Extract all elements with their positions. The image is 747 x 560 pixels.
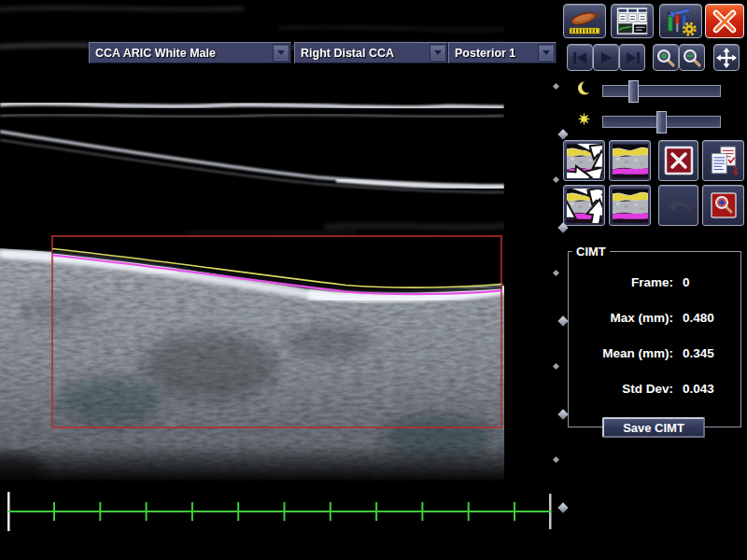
zoom-in-button[interactable] <box>653 44 679 71</box>
mean-label: Mean (mm): <box>602 346 673 360</box>
scale-ruler <box>0 485 560 541</box>
skip-end-icon <box>625 51 641 64</box>
contrast-slider-handle[interactable] <box>628 80 639 103</box>
chevron-down-icon[interactable] <box>539 45 554 61</box>
expand-far-trace-button[interactable] <box>563 185 605 226</box>
expand-near-trace-icon <box>567 144 602 178</box>
copy-report-icon <box>707 144 740 177</box>
brightness-slider[interactable] <box>602 116 721 128</box>
expand-far-trace-icon <box>567 189 602 223</box>
settings-tools-button[interactable] <box>659 4 702 38</box>
copy-report-button[interactable] <box>702 140 744 181</box>
diamond-bullet-small <box>553 270 559 276</box>
mean-row: Mean (mm): 0.345 <box>569 346 740 362</box>
report-button[interactable] <box>611 4 654 38</box>
stddev-label: Std Dev: <box>622 382 673 396</box>
close-button[interactable] <box>705 4 744 38</box>
undo-icon <box>664 192 694 218</box>
chevron-down-icon[interactable] <box>430 45 445 61</box>
contrast-slider[interactable] <box>602 85 721 97</box>
diamond-bullet-large <box>557 409 568 419</box>
delete-icon <box>663 145 695 176</box>
segment-dropdown-value: Right Distal CCA <box>295 47 430 60</box>
cimt-panel-title: CIMT <box>572 245 610 259</box>
max-label: Max (mm): <box>610 311 673 325</box>
zoom-out-button[interactable] <box>679 44 705 71</box>
diamond-bullet-large <box>557 129 568 139</box>
cimt-application-window: CCA ARIC White Male Right Distal CCA Pos… <box>0 0 747 560</box>
zoom-roi-button[interactable] <box>702 185 744 226</box>
diamond-bullet-large <box>557 315 568 326</box>
frame-label: Frame: <box>631 275 673 289</box>
diamond-bullet-small <box>553 176 559 183</box>
play-icon <box>599 51 613 64</box>
mean-value: 0.345 <box>683 346 727 360</box>
sun-icon <box>576 111 592 127</box>
converge-far-trace-button[interactable] <box>609 185 651 226</box>
play-button[interactable] <box>593 44 619 71</box>
moon-icon <box>577 80 593 96</box>
pan-icon <box>716 48 737 68</box>
chevron-down-icon[interactable] <box>274 45 289 61</box>
brightness-slider-handle[interactable] <box>656 111 667 133</box>
diamond-bullet-small <box>553 363 559 370</box>
protocol-dropdown[interactable]: CCA ARIC White Male <box>89 42 291 63</box>
converge-near-trace-button[interactable] <box>609 140 651 181</box>
ultrasound-image[interactable] <box>0 0 504 481</box>
zoom-roi-icon <box>708 189 740 221</box>
converge-far-trace-icon <box>613 189 648 223</box>
angle-dropdown[interactable]: Posterior 1 <box>448 42 557 63</box>
tools-icon <box>662 6 699 36</box>
zoom-out-icon <box>682 48 702 68</box>
frame-value: 0 <box>683 275 727 289</box>
zoom-in-icon <box>655 48 676 68</box>
pan-button[interactable] <box>713 44 740 71</box>
delete-measurement-button[interactable] <box>658 140 698 181</box>
skip-start-button[interactable] <box>567 44 593 71</box>
stddev-row: Std Dev: 0.043 <box>569 382 740 398</box>
frame-row: Frame: 0 <box>569 275 740 291</box>
close-icon <box>711 8 739 35</box>
probe-measure-button[interactable] <box>563 4 606 38</box>
skip-start-icon <box>572 51 588 64</box>
max-value: 0.480 <box>683 311 727 325</box>
save-cimt-button[interactable]: Save CIMT <box>602 417 705 438</box>
angle-dropdown-value: Posterior 1 <box>449 47 539 60</box>
diamond-bullet-small <box>553 456 559 463</box>
report-grid-icon <box>613 6 651 36</box>
stddev-value: 0.043 <box>683 382 727 396</box>
probe-ruler-icon <box>566 7 603 35</box>
converge-near-trace-icon <box>613 144 648 178</box>
expand-near-trace-button[interactable] <box>563 140 605 181</box>
cimt-panel: CIMT Frame: 0 Max (mm): 0.480 Mean (mm):… <box>568 245 741 427</box>
max-row: Max (mm): 0.480 <box>569 311 740 327</box>
segment-dropdown[interactable]: Right Distal CCA <box>294 42 448 63</box>
diamond-bullet-small <box>553 83 559 90</box>
skip-end-button[interactable] <box>619 44 645 71</box>
undo-button[interactable] <box>658 185 698 226</box>
protocol-dropdown-value: CCA ARIC White Male <box>90 47 274 60</box>
